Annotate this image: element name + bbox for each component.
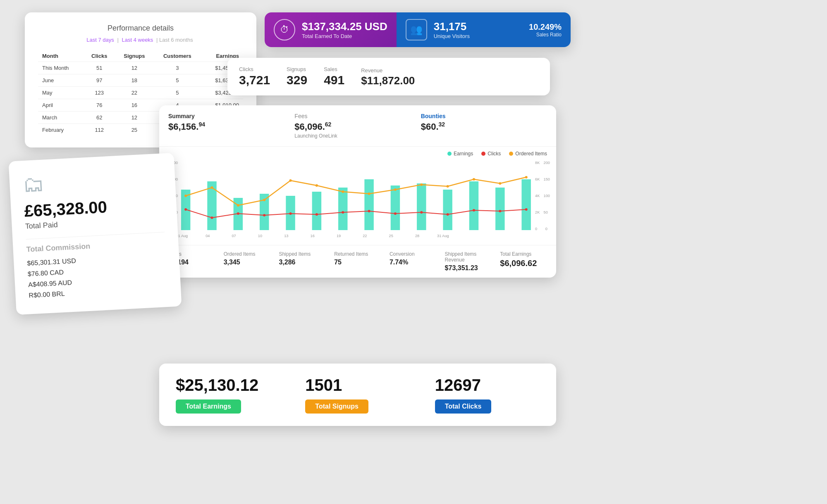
wallet-icon: 🗂 <box>22 165 163 197</box>
svg-rect-25 <box>443 190 452 230</box>
svg-point-40 <box>473 178 475 181</box>
chart-stat-item: Shipped Items Revenue $73,351.23 <box>445 251 492 272</box>
svg-rect-22 <box>364 179 373 230</box>
svg-point-30 <box>210 186 213 189</box>
fees-item: Fees $6,096.62 Launching OneLink <box>294 113 421 139</box>
chart-stat-item: Shipped Items 3,286 <box>279 251 326 272</box>
svg-point-45 <box>237 212 239 215</box>
svg-point-48 <box>316 213 318 216</box>
svg-text:25: 25 <box>389 234 393 238</box>
total-earnings-value: $25,130.12 <box>176 376 280 395</box>
earned-label: Total Earned To Date <box>302 33 387 39</box>
col-clicks: Clicks <box>84 50 115 62</box>
fees-title: Fees <box>294 113 421 119</box>
svg-text:4K: 4K <box>535 194 540 198</box>
svg-point-55 <box>499 210 501 212</box>
legend-item: Clicks <box>481 151 501 157</box>
earned-card: ⏱ $137,334.25 USD Total Earned To Date 👥… <box>265 12 571 47</box>
svg-point-37 <box>394 188 397 191</box>
visitors-right-panel: 👥 31,175 Unique Visitors 10.249% Sales R… <box>397 12 571 47</box>
svg-rect-26 <box>469 181 478 230</box>
table-row: June97185$1,632.47 <box>38 74 243 87</box>
summary-item: Summary $6,156.94 <box>168 113 294 139</box>
svg-point-46 <box>263 214 265 216</box>
last-7-days-link[interactable]: Last 7 days <box>86 37 114 43</box>
svg-text:13: 13 <box>284 234 288 238</box>
bounties-title: Bounties <box>421 113 547 119</box>
svg-point-36 <box>368 193 370 195</box>
stats-bar-card: Clicks 3,721 Signups 329 Sales 491 Reven… <box>227 58 550 95</box>
svg-point-35 <box>342 190 344 193</box>
bounties-amount: $60.32 <box>421 121 547 132</box>
visitors-number: 31,175 <box>434 20 522 33</box>
svg-point-29 <box>184 195 187 197</box>
col-customers: Customers <box>153 50 201 62</box>
svg-text:100: 100 <box>544 194 550 198</box>
fees-amount: $6,096.62 <box>294 121 421 132</box>
total-signups-stat: 1501 Total Signups <box>305 376 410 414</box>
visitors-icon: 👥 <box>406 19 427 40</box>
bounties-item: Bounties $60.32 <box>421 113 547 139</box>
svg-text:28: 28 <box>415 234 419 238</box>
svg-point-51 <box>394 212 397 215</box>
svg-text:150: 150 <box>544 177 550 181</box>
svg-point-31 <box>237 204 239 207</box>
svg-text:16: 16 <box>311 234 315 238</box>
svg-text:50: 50 <box>544 210 548 214</box>
svg-text:8K: 8K <box>535 161 540 165</box>
svg-point-42 <box>525 176 528 178</box>
chart-legend: EarningsClicksOrdered Items <box>159 147 556 157</box>
svg-rect-23 <box>391 185 400 230</box>
performance-links: Last 7 days | Last 4 weeks | Last 6 mont… <box>38 37 243 43</box>
svg-rect-21 <box>338 188 347 230</box>
svg-point-44 <box>210 216 213 219</box>
table-row: May123225$3,423.85 <box>38 87 243 99</box>
svg-point-49 <box>342 211 344 214</box>
svg-point-41 <box>499 182 501 185</box>
last-4-weeks-link[interactable]: Last 4 weeks <box>122 37 153 43</box>
col-month: Month <box>38 50 84 62</box>
svg-rect-28 <box>521 179 531 230</box>
svg-text:6K: 6K <box>535 177 540 181</box>
svg-text:2K: 2K <box>535 210 540 214</box>
stat-item: Signups 329 <box>287 66 307 87</box>
svg-point-39 <box>447 185 449 188</box>
svg-point-34 <box>316 184 318 187</box>
svg-text:07: 07 <box>232 234 236 238</box>
svg-point-32 <box>263 199 265 201</box>
summary-amount: $6,156.94 <box>168 121 294 132</box>
stat-item: Clicks 3,721 <box>239 66 270 87</box>
chart-area: $400.00 $300.00 $200.00 $100.00 0 8K 6K … <box>159 157 556 245</box>
chart-svg: $400.00 $300.00 $200.00 $100.00 0 8K 6K … <box>163 157 552 239</box>
stats-bar-row: Clicks 3,721 Signups 329 Sales 491 Reven… <box>239 66 538 87</box>
svg-text:31 Aug: 31 Aug <box>437 234 449 238</box>
legend-item: Earnings <box>447 151 473 157</box>
earned-amount: $137,334.25 USD <box>302 20 387 33</box>
legend-item: Ordered Items <box>509 151 547 157</box>
svg-text:19: 19 <box>337 234 341 238</box>
svg-point-33 <box>289 179 292 182</box>
svg-text:0: 0 <box>545 227 547 231</box>
svg-text:04: 04 <box>206 234 210 238</box>
svg-point-53 <box>447 213 449 216</box>
bottom-stats-card: $25,130.12 Total Earnings 1501 Total Sig… <box>159 364 556 426</box>
total-earnings-stat: $25,130.12 Total Earnings <box>176 376 280 414</box>
svg-text:0: 0 <box>535 227 537 231</box>
commission-items: $65,301.31 USD$76.80 CADA$408.95 AUDR$0.… <box>27 252 168 299</box>
performance-title: Performance details <box>38 24 243 33</box>
svg-point-43 <box>184 208 187 211</box>
total-signups-badge: Total Signups <box>305 399 368 414</box>
chart-stat-item: Conversion 7.74% <box>390 251 437 272</box>
fees-sub: Launching OneLink <box>294 133 421 139</box>
earned-left-panel: ⏱ $137,334.25 USD Total Earned To Date <box>265 12 397 47</box>
summary-title: Summary <box>168 113 294 119</box>
commission-card: 🗂 £65,328.00 Total Paid Total Commission… <box>9 153 182 315</box>
summary-row: Summary $6,156.94 Fees $6,096.62 Launchi… <box>159 105 556 147</box>
svg-rect-27 <box>495 188 504 230</box>
svg-point-50 <box>368 210 370 212</box>
chart-card: Summary $6,156.94 Fees $6,096.62 Launchi… <box>159 105 556 278</box>
clock-icon: ⏱ <box>274 19 295 40</box>
svg-rect-20 <box>312 192 321 230</box>
stat-item: Sales 491 <box>324 66 344 87</box>
total-earnings-badge: Total Earnings <box>176 399 241 414</box>
